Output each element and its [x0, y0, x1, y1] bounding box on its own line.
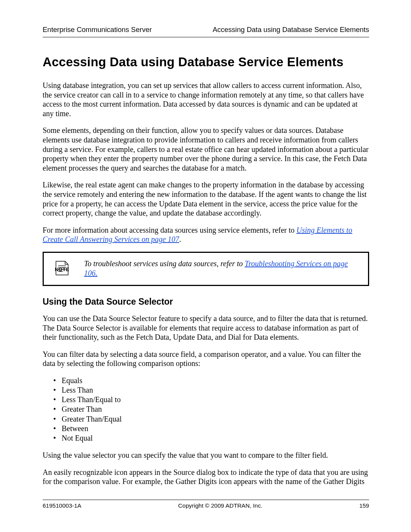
list-item: Less Than [53, 385, 369, 395]
selector-paragraph-4: An easily recognizable icon appears in t… [43, 468, 369, 486]
selector-paragraph-3: Using the value selector you can specify… [43, 451, 369, 460]
running-header: Enterprise Communications Server Accessi… [43, 26, 369, 37]
header-left: Enterprise Communications Server [43, 26, 152, 34]
intro-paragraph-3: Likewise, the real estate agent can make… [43, 180, 369, 217]
list-item: Between [53, 424, 369, 433]
list-item: Less Than/Equal to [53, 395, 369, 404]
selector-paragraph-2: You can filter data by selecting a data … [43, 350, 369, 368]
note-label: NOTE [55, 267, 69, 272]
selector-paragraph-1: You can use the Data Source Selector fea… [43, 314, 369, 342]
section-heading-selector: Using the Data Source Selector [43, 297, 369, 307]
document-page: Enterprise Communications Server Accessi… [0, 0, 411, 532]
footer-copyright: Copyright © 2009 ADTRAN, Inc. [178, 502, 263, 509]
list-item: Greater Than [53, 404, 369, 414]
intro-p4-posttext: . [179, 235, 181, 243]
footer-doc-number: 619510003-1A [43, 502, 81, 509]
note-icon: NOTE [52, 258, 72, 272]
list-item: Greater Than/Equal [53, 414, 369, 424]
intro-paragraph-1: Using database integration, you can set … [43, 81, 369, 118]
note-text: To troubleshoot services using data sour… [84, 258, 360, 278]
list-item: Equals [53, 376, 369, 385]
intro-p4-pretext: For more information about accessing dat… [43, 226, 296, 234]
note-callout: NOTE To troubleshoot services using data… [43, 252, 369, 286]
header-right: Accessing Data using Database Service El… [213, 26, 369, 34]
intro-paragraph-2: Some elements, depending on their functi… [43, 126, 369, 173]
footer-page-number: 159 [359, 502, 369, 509]
list-item: Not Equal [53, 433, 369, 443]
page-footer: 619510003-1A Copyright © 2009 ADTRAN, In… [43, 500, 369, 509]
comparison-list: Equals Less Than Less Than/Equal to Grea… [53, 376, 369, 443]
note-pretext: To troubleshoot services using data sour… [84, 259, 245, 268]
intro-paragraph-4: For more information about accessing dat… [43, 225, 369, 244]
page-title: Accessing Data using Database Service El… [43, 55, 369, 69]
